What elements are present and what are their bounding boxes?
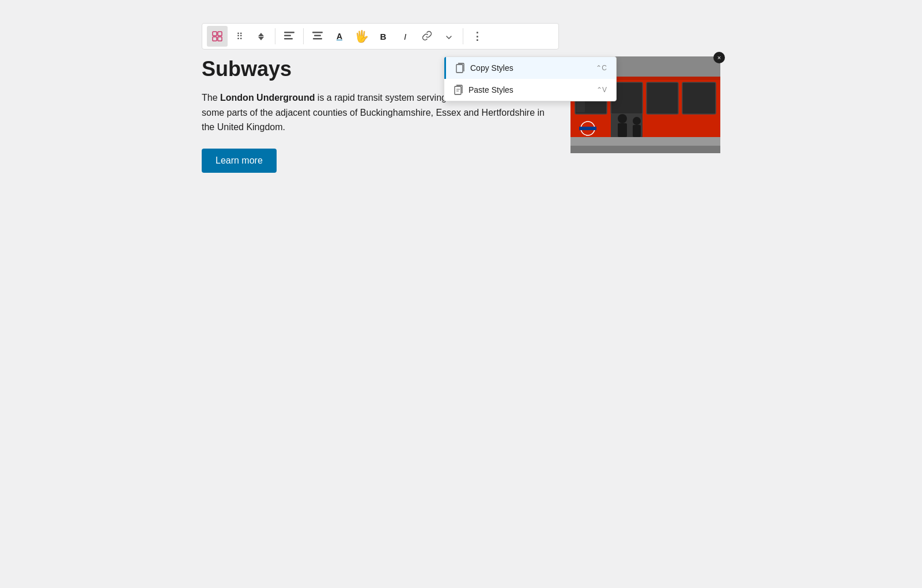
- toolbar-divider-1: [275, 28, 275, 44]
- svg-rect-7: [312, 32, 323, 33]
- italic-button[interactable]: I: [395, 26, 415, 47]
- paste-styles-item[interactable]: Paste Styles ⌃V: [444, 79, 616, 101]
- editor-wrapper: ⠿: [202, 23, 720, 173]
- svg-rect-8: [314, 35, 321, 36]
- text-align-icon: [312, 32, 323, 41]
- align-button[interactable]: [279, 26, 300, 47]
- copy-styles-left: Copy Styles: [455, 63, 513, 73]
- more-options-button[interactable]: ⋮: [467, 26, 488, 47]
- italic-icon: I: [404, 32, 406, 41]
- font-color-button[interactable]: A: [329, 26, 350, 47]
- svg-rect-5: [284, 35, 291, 36]
- dropdown-arrow-icon: [446, 32, 452, 41]
- svg-rect-22: [618, 123, 627, 137]
- paste-styles-label: Paste Styles: [468, 85, 513, 94]
- block-switcher-button[interactable]: [207, 26, 228, 47]
- svg-rect-26: [570, 146, 720, 153]
- link-icon: [422, 31, 432, 43]
- drag-button[interactable]: ⠿: [229, 26, 250, 47]
- text-align-button[interactable]: [307, 26, 328, 47]
- svg-rect-3: [218, 37, 222, 41]
- svg-point-21: [618, 114, 627, 123]
- font-color-icon: A: [337, 32, 342, 41]
- drag-icon: ⠿: [236, 31, 243, 42]
- toolbar-divider-2: [303, 28, 304, 44]
- more-styles-button[interactable]: 🖐: [351, 26, 372, 47]
- more-styles-icon: 🖐: [354, 29, 369, 43]
- body-bold: London Underground: [220, 93, 315, 103]
- more-options-icon: ⋮: [472, 30, 483, 43]
- body-start: The: [202, 93, 220, 103]
- svg-rect-2: [213, 37, 217, 41]
- align-icon: [284, 32, 294, 41]
- link-button[interactable]: [417, 26, 437, 47]
- bold-button[interactable]: B: [373, 26, 394, 47]
- svg-rect-4: [284, 32, 294, 33]
- move-updown-button[interactable]: [251, 26, 271, 47]
- toolbar-divider-3: [463, 28, 463, 44]
- svg-rect-28: [579, 127, 596, 130]
- svg-rect-18: [647, 82, 678, 114]
- svg-rect-19: [682, 82, 716, 114]
- copy-styles-label: Copy Styles: [470, 63, 513, 73]
- learn-more-button[interactable]: Learn more: [202, 149, 277, 173]
- svg-rect-10: [456, 65, 463, 73]
- copy-styles-item[interactable]: Copy Styles ⌃C: [444, 57, 616, 79]
- svg-rect-24: [633, 125, 641, 137]
- svg-rect-1: [218, 32, 222, 36]
- paste-styles-shortcut: ⌃V: [596, 86, 607, 94]
- styles-dropdown-menu: Copy Styles ⌃C Paste Styles ⌃V: [444, 56, 617, 101]
- svg-rect-0: [213, 32, 217, 36]
- paste-styles-icon: [454, 85, 464, 95]
- bold-icon: B: [380, 32, 387, 41]
- paste-styles-left: Paste Styles: [454, 85, 513, 95]
- block-toolbar: ⠿: [202, 23, 559, 50]
- svg-rect-9: [313, 38, 322, 40]
- svg-rect-6: [284, 38, 293, 40]
- dropdown-arrow-button[interactable]: [439, 26, 459, 47]
- move-updown-icon: [258, 33, 264, 40]
- copy-styles-shortcut: ⌃C: [596, 64, 607, 72]
- close-icon: ×: [717, 54, 721, 61]
- image-close-button[interactable]: ×: [713, 52, 725, 63]
- copy-styles-icon: [455, 63, 466, 73]
- svg-point-23: [633, 117, 641, 125]
- svg-rect-11: [455, 86, 461, 94]
